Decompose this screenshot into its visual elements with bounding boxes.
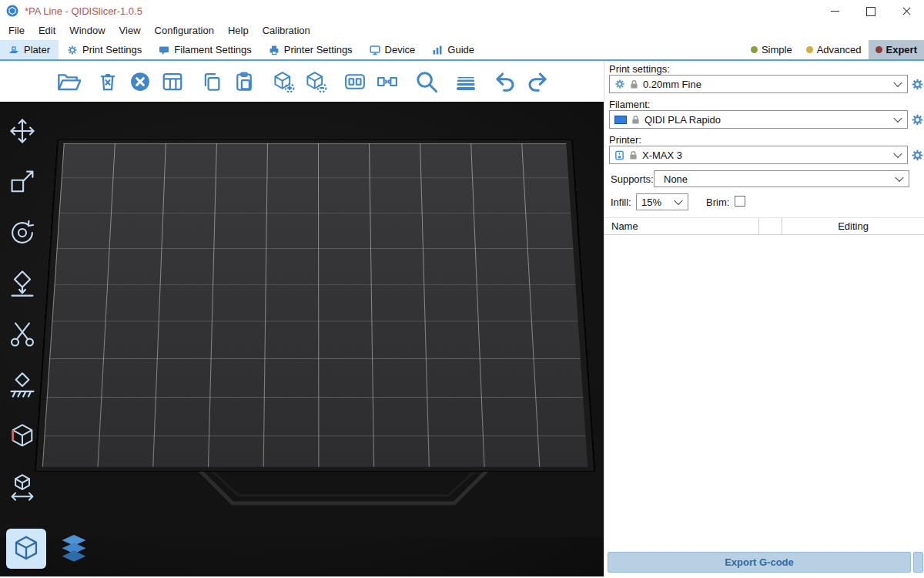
column-name[interactable]: Name xyxy=(604,218,758,234)
mirror-button[interactable] xyxy=(5,469,40,505)
infill-label: Infill: xyxy=(611,197,631,208)
column-extruder[interactable] xyxy=(758,218,782,234)
export-options-button[interactable] xyxy=(913,552,923,573)
cut-button[interactable] xyxy=(5,317,40,352)
filament-value: QIDI PLA Rapido xyxy=(644,114,721,126)
tab-label: Plater xyxy=(24,44,50,55)
tab-label: Guide xyxy=(447,44,474,55)
menubar: File Edit Window View Configuration Help… xyxy=(0,22,924,40)
maximize-button[interactable] xyxy=(853,0,889,22)
print-settings-gear-button[interactable] xyxy=(910,77,924,91)
variable-layer-height-icon xyxy=(454,70,477,93)
delete-all-button[interactable] xyxy=(124,66,156,98)
filament-gear-button[interactable] xyxy=(910,113,924,126)
place-on-face-button[interactable] xyxy=(5,266,40,301)
remove-instance-button[interactable] xyxy=(300,66,332,98)
print-settings-value: 0.20mm Fine xyxy=(643,79,701,90)
printer-combo[interactable]: X-MAX 3 xyxy=(609,146,908,164)
paste-button[interactable] xyxy=(228,66,260,98)
printer-gear-button[interactable] xyxy=(910,148,924,162)
open-project-button[interactable] xyxy=(52,66,85,98)
arrange-icon xyxy=(161,70,184,93)
brim-label: Brim: xyxy=(706,197,729,208)
tab-printer-settings[interactable]: Printer Settings xyxy=(260,40,361,59)
move-button[interactable] xyxy=(5,113,40,149)
window-controls xyxy=(818,0,924,22)
menu-window[interactable]: Window xyxy=(62,22,112,40)
add-instance-button[interactable] xyxy=(267,66,300,98)
gear-icon xyxy=(614,79,625,89)
mode-simple[interactable]: Simple xyxy=(744,40,799,59)
view-preview-button[interactable] xyxy=(54,529,94,569)
search-icon xyxy=(414,69,439,94)
delete-button[interactable] xyxy=(92,66,124,98)
object-list[interactable] xyxy=(604,235,924,543)
tab-print-settings[interactable]: Print Settings xyxy=(59,40,150,59)
minimize-button[interactable] xyxy=(818,0,853,22)
add-instance-icon xyxy=(272,70,295,93)
measure-button[interactable] xyxy=(5,418,40,454)
guide-icon xyxy=(432,45,443,55)
supports-combo[interactable]: None xyxy=(654,170,909,187)
rotate-button[interactable] xyxy=(5,215,40,250)
print-settings-icon xyxy=(67,45,78,55)
tab-device[interactable]: Device xyxy=(361,40,424,59)
redo-button[interactable] xyxy=(521,66,554,98)
advanced-dot-icon xyxy=(806,46,813,53)
redo-icon xyxy=(525,69,550,94)
left-toolbar xyxy=(5,113,40,505)
infill-combo[interactable]: 15% xyxy=(636,193,688,210)
scale-button[interactable] xyxy=(5,164,40,200)
menu-help[interactable]: Help xyxy=(221,22,256,40)
expert-dot-icon xyxy=(875,46,882,53)
filament-color-swatch xyxy=(614,116,627,124)
tab-label: Device xyxy=(385,44,416,55)
tab-label: Printer Settings xyxy=(284,44,353,55)
brim-checkbox[interactable] xyxy=(735,196,745,207)
tab-label: Filament Settings xyxy=(174,44,251,55)
plater-icon xyxy=(8,45,19,55)
column-editing[interactable]: Editing xyxy=(782,218,924,234)
mode-label: Advanced xyxy=(817,44,862,55)
simple-dot-icon xyxy=(751,46,758,53)
mode-switcher: Simple Advanced Expert xyxy=(744,40,924,59)
arrange-button[interactable] xyxy=(156,66,189,98)
app-logo-icon xyxy=(6,5,18,17)
search-button[interactable] xyxy=(410,66,443,98)
export-gcode-button[interactable]: Export G-code xyxy=(608,552,911,573)
supports-value: None xyxy=(664,173,688,185)
view-3d-editor-button[interactable] xyxy=(6,529,46,569)
view-toggle xyxy=(6,529,94,569)
menu-file[interactable]: File xyxy=(2,22,32,40)
mode-label: Simple xyxy=(762,44,792,55)
mode-advanced[interactable]: Advanced xyxy=(799,40,869,59)
split-to-parts-button[interactable] xyxy=(371,66,403,98)
menu-view[interactable]: View xyxy=(112,22,148,40)
menu-calibration[interactable]: Calibration xyxy=(256,22,317,40)
paint-supports-button[interactable] xyxy=(5,368,40,403)
trash-delete-icon xyxy=(96,70,119,93)
tab-guide[interactable]: Guide xyxy=(424,40,483,59)
undo-button[interactable] xyxy=(489,66,521,98)
printer-settings-icon xyxy=(269,45,280,55)
mode-label: Expert xyxy=(886,44,917,55)
print-settings-label: Print settings: xyxy=(609,63,670,75)
filament-combo[interactable]: QIDI PLA Rapido xyxy=(609,110,908,129)
lock-icon xyxy=(630,79,638,89)
delete-all-icon xyxy=(129,70,152,93)
layers-preview-icon xyxy=(57,532,91,566)
tab-filament-settings[interactable]: Filament Settings xyxy=(150,40,259,59)
menu-edit[interactable]: Edit xyxy=(32,22,62,40)
menu-configuration[interactable]: Configuration xyxy=(148,22,221,40)
place-on-face-icon xyxy=(8,269,37,298)
tab-plater[interactable]: Plater xyxy=(0,40,59,59)
mode-expert[interactable]: Expert xyxy=(869,40,924,59)
split-objects-icon xyxy=(343,70,367,93)
print-settings-combo[interactable]: 0.20mm Fine xyxy=(609,75,908,93)
copy-button[interactable] xyxy=(196,66,228,98)
viewport-3d[interactable] xyxy=(0,102,604,576)
split-to-objects-button[interactable] xyxy=(339,66,371,98)
variable-layer-height-button[interactable] xyxy=(450,66,482,98)
cut-icon xyxy=(8,320,37,349)
close-button[interactable] xyxy=(889,0,924,22)
